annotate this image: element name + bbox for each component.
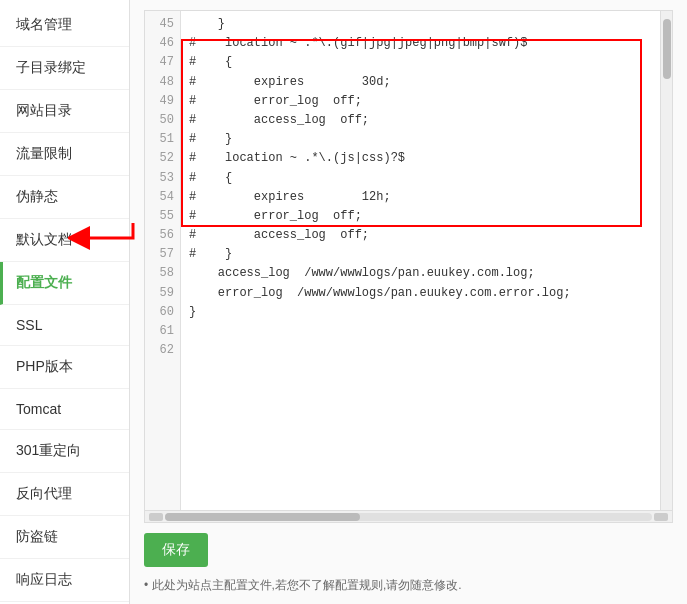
code-area[interactable]: 454647484950515253545556575859606162 }# … <box>145 11 672 510</box>
hscroll-track[interactable] <box>165 513 652 521</box>
sidebar-item-proxy[interactable]: 反向代理 <box>0 473 129 516</box>
sidebar-item-webdir[interactable]: 网站目录 <box>0 90 129 133</box>
hscroll-thumb[interactable] <box>165 513 360 521</box>
line-numbers: 454647484950515253545556575859606162 <box>145 11 181 510</box>
hscroll-right-arrow[interactable] <box>654 513 668 521</box>
notice-text: 此处为站点主配置文件,若您不了解配置规则,请勿随意修改. <box>130 573 687 604</box>
sidebar-item-domain[interactable]: 域名管理 <box>0 4 129 47</box>
sidebar-item-subdir[interactable]: 子目录绑定 <box>0 47 129 90</box>
sidebar-item-ssl[interactable]: SSL <box>0 305 129 346</box>
sidebar-item-config[interactable]: 配置文件 <box>0 262 129 305</box>
sidebar-item-php[interactable]: PHP版本 <box>0 346 129 389</box>
sidebar-item-tomcat[interactable]: Tomcat <box>0 389 129 430</box>
sidebar-item-traffic[interactable]: 流量限制 <box>0 133 129 176</box>
save-button[interactable]: 保存 <box>144 533 208 567</box>
sidebar-item-log[interactable]: 响应日志 <box>0 559 129 602</box>
code-content[interactable]: }# location ~ .*\.(gif|jpg|jpeg|png|bmp|… <box>181 11 660 510</box>
sidebar-item-default-doc[interactable]: 默认文档 <box>0 219 129 262</box>
sidebar-item-pseudo[interactable]: 伪静态 <box>0 176 129 219</box>
main-content: 454647484950515253545556575859606162 }# … <box>130 0 687 604</box>
code-editor: 454647484950515253545556575859606162 }# … <box>144 10 673 523</box>
vertical-scrollbar[interactable] <box>660 11 672 510</box>
sidebar-item-hotlink[interactable]: 防盗链 <box>0 516 129 559</box>
sidebar-item-301[interactable]: 301重定向 <box>0 430 129 473</box>
horizontal-scrollbar[interactable] <box>145 510 672 522</box>
hscroll-left-arrow[interactable] <box>149 513 163 521</box>
vscroll-thumb[interactable] <box>663 19 671 79</box>
sidebar: 域名管理 子目录绑定 网站目录 流量限制 伪静态 默认文档 配置文件 SSL P… <box>0 0 130 604</box>
